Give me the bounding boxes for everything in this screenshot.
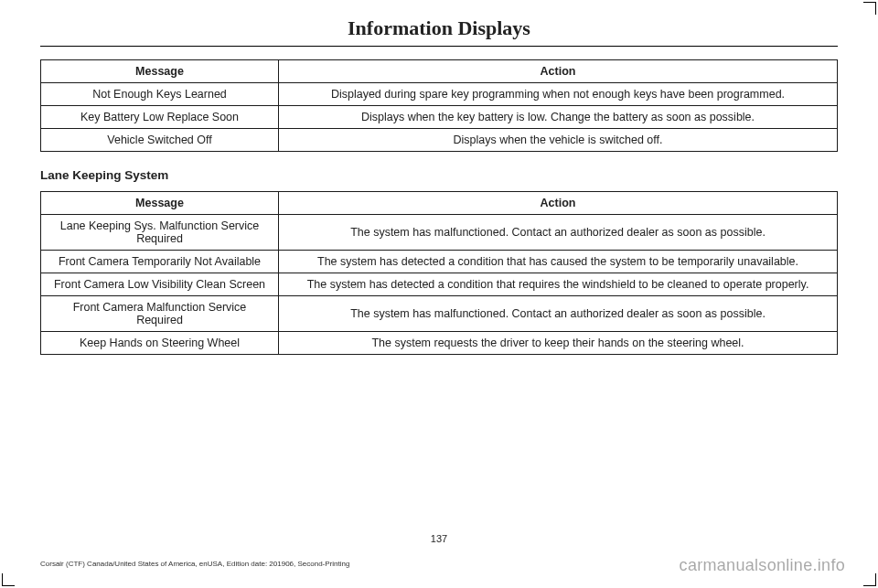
table-row: Lane Keeping Sys. Malfunction Service Re…	[41, 215, 838, 251]
cell-action: Displays when the key battery is low. Ch…	[279, 106, 838, 129]
table-row: Not Enough Keys Learned Displayed during…	[41, 83, 838, 106]
cell-action: The system has malfunctioned. Contact an…	[279, 296, 838, 332]
col-header-action: Action	[279, 192, 838, 215]
cell-message: Not Enough Keys Learned	[41, 83, 279, 106]
table-row: Front Camera Malfunction Service Require…	[41, 296, 838, 332]
title-rule	[40, 46, 838, 47]
table-row: Key Battery Low Replace Soon Displays wh…	[41, 106, 838, 129]
cell-action: The system has detected a condition that…	[279, 251, 838, 273]
table-row: Keep Hands on Steering Wheel The system …	[41, 332, 838, 355]
col-header-message: Message	[41, 60, 279, 83]
cell-message: Vehicle Switched Off	[41, 129, 279, 152]
manual-page: Information Displays Message Action Not …	[0, 0, 878, 588]
col-header-action: Action	[279, 60, 838, 83]
cell-action: The system requests the driver to keep t…	[279, 332, 838, 355]
cell-action: The system has malfunctioned. Contact an…	[279, 215, 838, 251]
messages-table-1: Message Action Not Enough Keys Learned D…	[40, 59, 838, 152]
cell-action: Displayed during spare key programming w…	[279, 83, 838, 106]
watermark: carmanualsonline.info	[680, 556, 845, 575]
cell-action: The system has detected a condition that…	[279, 273, 838, 296]
col-header-message: Message	[41, 192, 279, 215]
crop-mark-br	[863, 573, 876, 586]
table-row: Front Camera Temporarily Not Available T…	[41, 251, 838, 273]
cell-message: Keep Hands on Steering Wheel	[41, 332, 279, 355]
cell-message: Front Camera Temporarily Not Available	[41, 251, 279, 273]
table-row: Front Camera Low Visibility Clean Screen…	[41, 273, 838, 296]
cell-message: Key Battery Low Replace Soon	[41, 106, 279, 129]
footer-text: Corsair (CTF) Canada/United States of Am…	[40, 560, 349, 568]
messages-table-2: Message Action Lane Keeping Sys. Malfunc…	[40, 191, 838, 355]
page-title: Information Displays	[40, 16, 838, 46]
cell-message: Lane Keeping Sys. Malfunction Service Re…	[41, 215, 279, 251]
cell-message: Front Camera Low Visibility Clean Screen	[41, 273, 279, 296]
table-header-row: Message Action	[41, 60, 838, 83]
cell-action: Displays when the vehicle is switched of…	[279, 129, 838, 152]
crop-mark-tr	[863, 2, 876, 15]
section-heading-lane-keeping: Lane Keeping System	[40, 168, 838, 182]
page-number: 137	[0, 533, 878, 544]
table-header-row: Message Action	[41, 192, 838, 215]
table-row: Vehicle Switched Off Displays when the v…	[41, 129, 838, 152]
cell-message: Front Camera Malfunction Service Require…	[41, 296, 279, 332]
crop-mark-bl	[2, 573, 15, 586]
